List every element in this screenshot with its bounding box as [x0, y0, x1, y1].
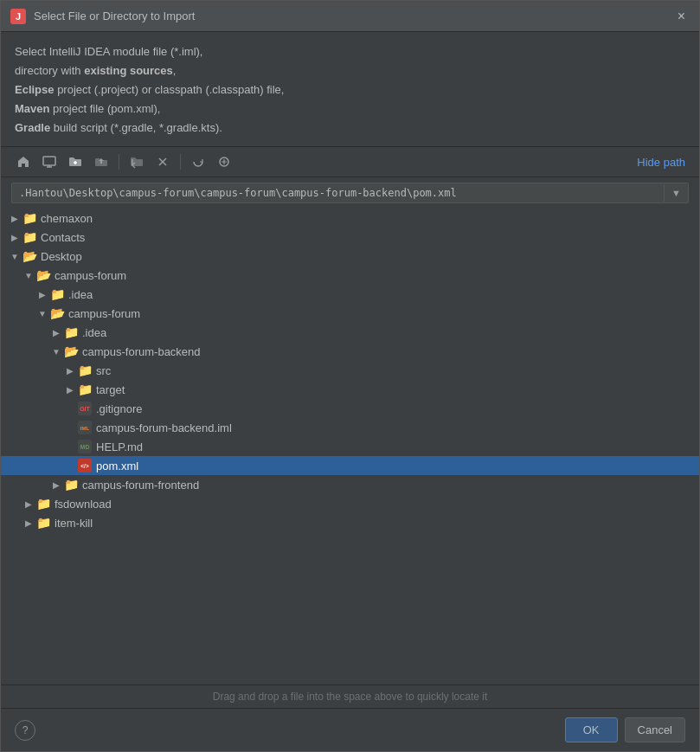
- svg-text:</>: </>: [80, 463, 89, 469]
- svg-text:IML: IML: [80, 426, 90, 431]
- help-button[interactable]: ?: [15, 720, 35, 741]
- folder-icon: 📁: [77, 382, 93, 396]
- new-folder-button[interactable]: [63, 151, 87, 173]
- refresh-button[interactable]: [186, 151, 210, 173]
- app-icon: J: [10, 8, 27, 25]
- tree-item-idea-2[interactable]: ▶ 📁 .idea: [1, 323, 699, 342]
- path-bar: ▼: [11, 183, 689, 203]
- md-icon: MD: [77, 440, 93, 453]
- item-label: campus-forum-frontend: [82, 479, 199, 492]
- expand-icon: ▶: [63, 366, 77, 376]
- folder-icon: 📁: [77, 363, 93, 377]
- home-button[interactable]: [11, 151, 35, 173]
- gitignore-icon: GIT: [77, 402, 93, 415]
- desc-line2-bold: existing sources: [84, 64, 173, 77]
- desc-line1: Select IntelliJ IDEA module file (*.iml)…: [15, 45, 202, 58]
- tree-item-contacts[interactable]: ▶ 📁 Contacts: [1, 228, 699, 247]
- item-label: Contacts: [41, 231, 85, 244]
- tree-item-target[interactable]: ▶ 📁 target: [1, 380, 699, 399]
- desktop-button[interactable]: [37, 151, 61, 173]
- folder-icon: 📂: [35, 268, 51, 282]
- tree-item-campus-forum-backend[interactable]: ▼ 📂 campus-forum-backend: [1, 342, 699, 361]
- folder-icon: 📁: [35, 516, 51, 530]
- item-label: campus-forum-backend.iml: [96, 421, 232, 434]
- svg-text:GIT: GIT: [80, 406, 90, 412]
- folder-icon: 📁: [22, 230, 37, 244]
- desc-line2-prefix: directory with: [15, 64, 84, 77]
- dialog: J Select File or Directory to Import × S…: [0, 0, 700, 752]
- svg-text:MD: MD: [80, 444, 90, 450]
- desc-line5-suffix: build script (*.gradle, *.gradle.kts).: [50, 121, 222, 134]
- expand-icon: ▼: [8, 252, 22, 261]
- desc-maven-bold: Maven: [15, 102, 49, 115]
- tree-item-campus-forum-frontend[interactable]: ▶ 📁 campus-forum-frontend: [1, 475, 699, 494]
- close-button[interactable]: ×: [672, 8, 690, 25]
- footer: ? OK Cancel: [1, 708, 699, 751]
- tree-item-idea-1[interactable]: ▶ 📁 .idea: [1, 285, 699, 304]
- expand-icon: ▶: [49, 328, 63, 337]
- file-tree[interactable]: ▶ 📁 chemaxon ▶ 📁 Contacts ▼ 📂 Desktop ▼ …: [1, 209, 699, 685]
- toolbar-separator-1: [119, 154, 119, 170]
- pom-icon: </>: [77, 459, 93, 472]
- svg-rect-2: [43, 157, 55, 165]
- expand-icon: ▶: [22, 518, 35, 528]
- cancel-button[interactable]: Cancel: [625, 717, 685, 742]
- folder-icon: 📁: [35, 497, 51, 511]
- item-label: HELP.md: [96, 440, 143, 453]
- folder-icon: 📂: [49, 306, 65, 320]
- tree-item-campus-forum-1[interactable]: ▼ 📂 campus-forum: [1, 266, 699, 285]
- expand-icon: ▶: [49, 480, 63, 490]
- item-label: campus-forum-backend: [82, 345, 201, 358]
- desc-line2-suffix: ,: [173, 64, 177, 77]
- item-label: pom.xml: [96, 460, 138, 472]
- item-label: fsdownload: [55, 498, 112, 511]
- expand-icon: ▶: [63, 385, 77, 395]
- tree-item-item-kill[interactable]: ▶ 📁 item-kill: [1, 513, 699, 532]
- expand-icon: ▼: [35, 309, 49, 318]
- item-label: .idea: [82, 326, 106, 339]
- expand-button[interactable]: [125, 151, 149, 173]
- item-label: Desktop: [41, 250, 82, 263]
- folder-icon: 📁: [63, 478, 79, 492]
- item-label: src: [96, 364, 111, 377]
- item-label: campus-forum: [55, 269, 126, 282]
- ok-button[interactable]: OK: [565, 717, 618, 742]
- path-dropdown-button[interactable]: ▼: [664, 184, 688, 202]
- item-label: campus-forum: [68, 307, 140, 320]
- up-button[interactable]: [89, 151, 113, 173]
- dialog-title: Select File or Directory to Import: [34, 10, 665, 22]
- toggle-button[interactable]: [212, 151, 236, 173]
- tree-item-fsdownload[interactable]: ▶ 📁 fsdownload: [1, 494, 699, 513]
- hide-path-button[interactable]: Hide path: [633, 154, 689, 170]
- expand-icon: ▶: [8, 233, 22, 242]
- item-label: item-kill: [55, 517, 93, 530]
- desc-eclipse-bold: Eclipse: [15, 83, 55, 96]
- expand-icon: ▼: [49, 347, 63, 357]
- tree-item-src[interactable]: ▶ 📁 src: [1, 361, 699, 380]
- tree-item-pomxml[interactable]: ▶ </> pom.xml: [1, 456, 699, 475]
- item-label: .idea: [68, 288, 93, 301]
- toolbar-separator-2: [180, 154, 181, 170]
- drag-hint: Drag and drop a file into the space abov…: [1, 685, 699, 708]
- item-label: .gitignore: [96, 402, 142, 415]
- folder-icon: 📂: [22, 249, 37, 263]
- tree-item-iml[interactable]: ▶ IML campus-forum-backend.iml: [1, 418, 699, 437]
- expand-icon: ▶: [8, 214, 22, 223]
- expand-icon: ▶: [22, 499, 35, 509]
- title-bar: J Select File or Directory to Import ×: [1, 1, 699, 32]
- tree-item-gitignore[interactable]: ▶ GIT .gitignore: [1, 399, 699, 418]
- tree-item-desktop[interactable]: ▼ 📂 Desktop: [1, 247, 699, 266]
- toolbar: Hide path: [1, 146, 699, 177]
- iml-icon: IML: [77, 421, 93, 434]
- folder-icon: 📁: [22, 211, 37, 225]
- description-area: Select IntelliJ IDEA module file (*.iml)…: [1, 32, 699, 146]
- tree-item-campus-forum-2[interactable]: ▼ 📂 campus-forum: [1, 304, 699, 323]
- expand-icon: ▼: [22, 271, 35, 280]
- tree-item-helpmd[interactable]: ▶ MD HELP.md: [1, 437, 699, 456]
- tree-item-chemaxon[interactable]: ▶ 📁 chemaxon: [1, 209, 699, 228]
- desc-gradle-bold: Gradle: [15, 121, 50, 134]
- delete-button[interactable]: [151, 151, 175, 173]
- path-input[interactable]: [12, 183, 664, 202]
- folder-icon: 📁: [63, 325, 79, 339]
- folder-icon: 📁: [49, 287, 65, 301]
